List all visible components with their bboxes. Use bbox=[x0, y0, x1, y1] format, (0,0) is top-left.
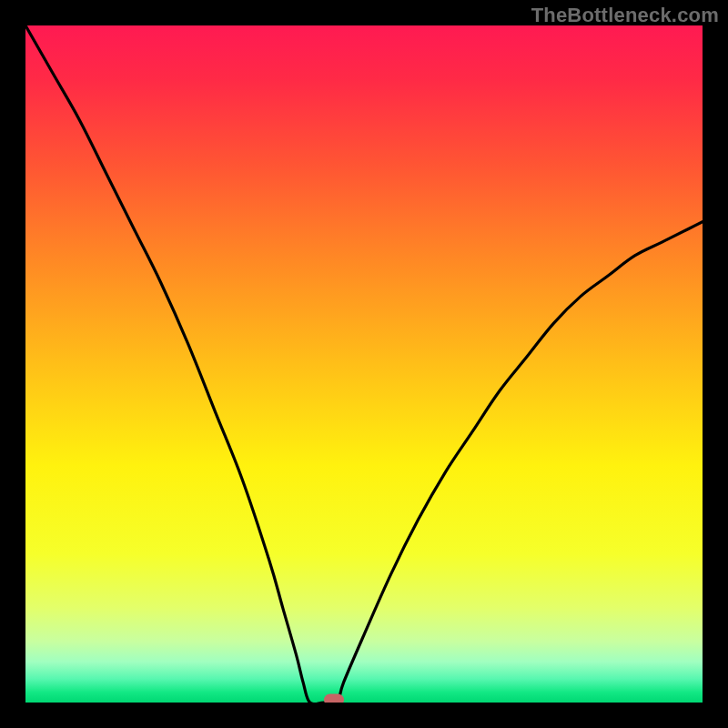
optimum-marker bbox=[324, 694, 344, 703]
bottleneck-curve bbox=[25, 25, 703, 703]
watermark-text: TheBottleneck.com bbox=[531, 4, 719, 27]
plot-area bbox=[25, 25, 703, 703]
outer-frame: TheBottleneck.com bbox=[0, 0, 728, 728]
